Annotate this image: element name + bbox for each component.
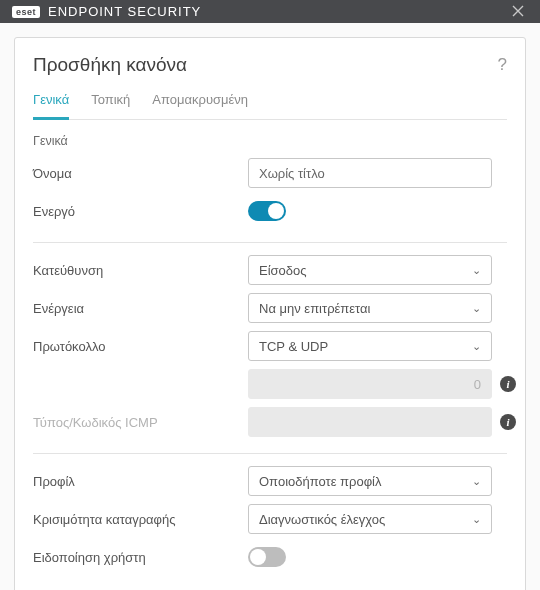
enabled-toggle[interactable] (248, 201, 286, 221)
direction-label: Κατεύθυνση (33, 263, 248, 278)
tabs: Γενικά Τοπική Απομακρυσμένη (33, 86, 507, 120)
section-general-header: Γενικά (33, 120, 507, 156)
tab-general[interactable]: Γενικά (33, 86, 69, 120)
info-icon[interactable]: i (500, 376, 516, 392)
direction-value: Είσοδος (259, 263, 307, 278)
page-title: Προσθήκη κανόνα (33, 54, 187, 76)
dialog-content: Προσθήκη κανόνα ? Γενικά Τοπική Απομακρυ… (0, 23, 540, 590)
name-label: Όνομα (33, 166, 248, 181)
tab-local[interactable]: Τοπική (91, 86, 130, 120)
info-icon[interactable]: i (500, 414, 516, 430)
icmp-label: Τύπος/Κωδικός ICMP (33, 415, 248, 430)
severity-value: Διαγνωστικός έλεγχος (259, 512, 385, 527)
divider (33, 453, 507, 454)
name-input[interactable] (248, 158, 492, 188)
severity-label: Κρισιμότητα καταγραφής (33, 512, 248, 527)
protocol-number-input: 0 (248, 369, 492, 399)
enabled-label: Ενεργό (33, 204, 248, 219)
action-select[interactable]: Να μην επιτρέπεται ⌄ (248, 293, 492, 323)
tab-remote[interactable]: Απομακρυσμένη (152, 86, 248, 120)
divider (33, 242, 507, 243)
chevron-down-icon: ⌄ (472, 302, 481, 315)
protocol-number-value: 0 (474, 377, 481, 392)
brand-badge: eset (12, 6, 40, 18)
notify-label: Ειδοποίηση χρήστη (33, 550, 248, 565)
profile-value: Οποιοδήποτε προφίλ (259, 474, 382, 489)
dialog-window: eset ENDPOINT SECURITY Προσθήκη κανόνα ?… (0, 0, 540, 590)
chevron-down-icon: ⌄ (472, 264, 481, 277)
title-bar: eset ENDPOINT SECURITY (0, 0, 540, 23)
direction-select[interactable]: Είσοδος ⌄ (248, 255, 492, 285)
protocol-value: TCP & UDP (259, 339, 328, 354)
profile-select[interactable]: Οποιοδήποτε προφίλ ⌄ (248, 466, 492, 496)
chevron-down-icon: ⌄ (472, 475, 481, 488)
protocol-select[interactable]: TCP & UDP ⌄ (248, 331, 492, 361)
action-label: Ενέργεια (33, 301, 248, 316)
icmp-input (248, 407, 492, 437)
brand-text: ENDPOINT SECURITY (48, 4, 201, 19)
action-value: Να μην επιτρέπεται (259, 301, 370, 316)
severity-select[interactable]: Διαγνωστικός έλεγχος ⌄ (248, 504, 492, 534)
profile-label: Προφίλ (33, 474, 248, 489)
close-icon[interactable] (508, 0, 528, 23)
notify-toggle[interactable] (248, 547, 286, 567)
help-icon[interactable]: ? (498, 55, 507, 75)
panel: Προσθήκη κανόνα ? Γενικά Τοπική Απομακρυ… (14, 37, 526, 590)
brand: eset ENDPOINT SECURITY (12, 4, 201, 19)
chevron-down-icon: ⌄ (472, 513, 481, 526)
chevron-down-icon: ⌄ (472, 340, 481, 353)
protocol-label: Πρωτόκολλο (33, 339, 248, 354)
